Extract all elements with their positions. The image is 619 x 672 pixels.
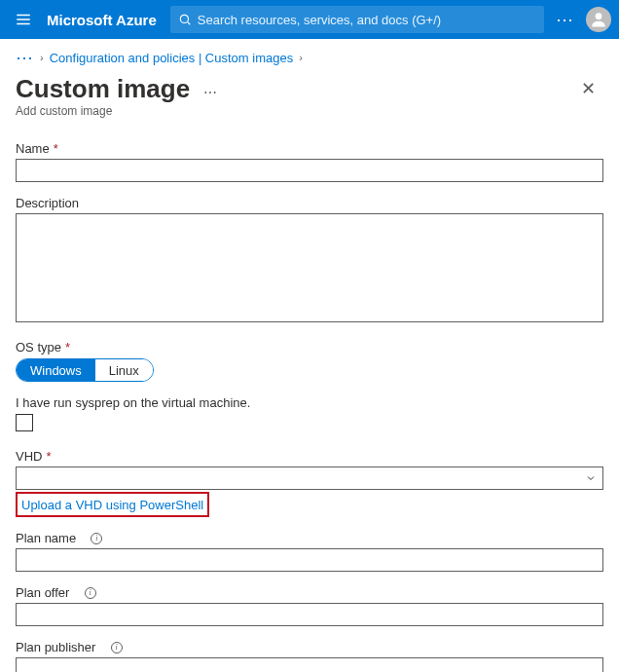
search-icon: [178, 13, 192, 26]
sysprep-checkbox[interactable]: [16, 414, 33, 431]
description-input[interactable]: [16, 213, 603, 322]
svg-point-3: [180, 15, 188, 22]
plan-offer-label: Plan offer i: [16, 585, 603, 600]
sysprep-label: I have run sysprep on the virtual machin…: [16, 395, 603, 410]
topbar-more-button[interactable]: ⋯: [556, 9, 574, 30]
required-asterisk: *: [54, 141, 58, 156]
vhd-label: VHD *: [16, 449, 603, 464]
plan-offer-input[interactable]: [16, 603, 603, 626]
field-plan-offer: Plan offer i: [16, 585, 603, 626]
brand-label: Microsoft Azure: [47, 12, 157, 28]
required-asterisk: *: [46, 449, 51, 464]
page-title: Custom image: [16, 74, 190, 104]
azure-topbar: Microsoft Azure ⋯: [0, 0, 619, 39]
breadcrumb-ellipsis[interactable]: ⋯: [16, 47, 34, 68]
info-icon[interactable]: i: [91, 533, 102, 544]
field-sysprep: I have run sysprep on the virtual machin…: [16, 395, 603, 435]
name-input[interactable]: [16, 159, 603, 182]
upload-vhd-link[interactable]: Upload a VHD using PowerShell: [21, 498, 203, 512]
field-os-type: OS type * Windows Linux: [16, 340, 603, 382]
user-avatar[interactable]: [586, 7, 611, 32]
svg-line-4: [188, 22, 191, 25]
os-type-label: OS type *: [16, 340, 603, 355]
os-linux-button[interactable]: Linux: [95, 359, 153, 381]
person-icon: [589, 10, 608, 29]
chevron-right-icon: ›: [40, 52, 44, 63]
info-icon[interactable]: i: [111, 642, 123, 653]
title-more-button[interactable]: ⋯: [203, 85, 217, 100]
required-asterisk: *: [65, 340, 70, 355]
plan-publisher-input[interactable]: [16, 657, 603, 672]
search-input[interactable]: [198, 13, 536, 27]
chevron-down-icon: [585, 472, 597, 484]
chevron-right-icon: ›: [299, 52, 303, 63]
plan-publisher-label: Plan publisher i: [16, 640, 603, 654]
page-subtitle: Add custom image: [16, 104, 603, 118]
breadcrumb: ⋯ › Configuration and policies | Custom …: [0, 39, 619, 70]
close-button[interactable]: ✕: [573, 74, 603, 103]
field-description: Description: [16, 196, 603, 326]
svg-point-5: [596, 13, 602, 19]
plan-name-input[interactable]: [16, 548, 603, 572]
info-icon[interactable]: i: [85, 587, 96, 599]
field-plan-publisher: Plan publisher i: [16, 640, 603, 672]
hamburger-menu-icon[interactable]: [8, 4, 39, 35]
field-plan-name: Plan name i: [16, 531, 603, 572]
name-label: Name *: [16, 141, 603, 156]
upload-vhd-highlight: Upload a VHD using PowerShell: [16, 492, 209, 517]
field-vhd: VHD * Upload a VHD using PowerShell: [16, 449, 603, 517]
description-label: Description: [16, 196, 603, 210]
os-windows-button[interactable]: Windows: [17, 359, 95, 381]
breadcrumb-link[interactable]: Configuration and policies | Custom imag…: [50, 51, 294, 65]
global-search[interactable]: [170, 6, 544, 33]
plan-name-label: Plan name i: [16, 531, 603, 545]
vhd-select[interactable]: [16, 467, 603, 490]
field-name: Name *: [16, 141, 603, 182]
os-type-toggle: Windows Linux: [16, 358, 154, 382]
